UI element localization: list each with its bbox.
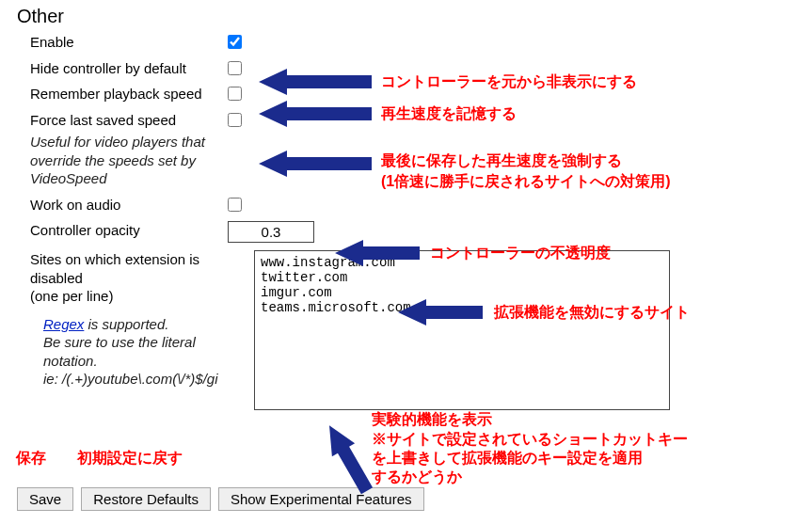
remember-speed-checkbox[interactable]: [228, 87, 242, 101]
arrow-icon: [320, 423, 376, 494]
arrow-icon: [398, 299, 483, 326]
regex-rest: is supported.: [84, 316, 168, 332]
regex-line2: Be sure to use the literal notation.: [43, 334, 196, 369]
svg-marker-0: [259, 69, 372, 95]
annotation-experimental-l1: 実験的機能を表示: [372, 410, 492, 429]
arrow-icon: [259, 69, 372, 95]
work-audio-label: Work on audio: [17, 196, 222, 214]
svg-marker-3: [335, 240, 420, 266]
force-speed-hint: Useful for video players that override t…: [30, 133, 222, 188]
enable-label: Enable: [17, 33, 222, 52]
disabled-sites-label: Sites on which extension is disabled: [30, 250, 248, 287]
annotation-remember-speed: 再生速度を記憶する: [381, 104, 517, 123]
arrow-icon: [259, 101, 372, 127]
force-speed-label: Force last saved speed: [30, 111, 222, 130]
annotation-force-speed-l2: (1倍速に勝手に戻されるサイトへの対策用): [381, 172, 671, 191]
enable-checkbox[interactable]: [228, 35, 242, 49]
arrow-icon: [259, 151, 372, 177]
svg-marker-5: [318, 419, 378, 497]
annotation-hide-controller: コントローラーを元から非表示にする: [381, 72, 637, 91]
annotation-experimental-l4: するかどうか: [372, 468, 462, 486]
svg-marker-2: [259, 151, 372, 177]
work-audio-checkbox[interactable]: [228, 198, 242, 212]
annotation-force-speed-l1: 最後に保存した再生速度を強制する: [381, 151, 622, 170]
section-title: Other: [17, 6, 803, 27]
annotation-disabled-sites: 拡張機能を無効にするサイト: [494, 303, 690, 322]
opacity-label: Controller opacity: [17, 221, 222, 240]
regex-line3: ie: /(.+)youtube\.com(\/*)$/gi: [43, 371, 218, 387]
restore-defaults-button[interactable]: Restore Defaults: [81, 487, 211, 511]
svg-marker-1: [259, 101, 372, 127]
force-speed-checkbox[interactable]: [228, 113, 242, 127]
hide-default-label: Hide controller by default: [17, 59, 222, 78]
annotation-opacity: コントローラーの不透明度: [430, 244, 611, 262]
opacity-input[interactable]: [228, 221, 314, 243]
annotation-save: 保存: [16, 449, 46, 468]
annotation-restore: 初期設定に戻す: [77, 449, 183, 468]
regex-link[interactable]: Regex: [43, 316, 84, 332]
disabled-sites-textarea[interactable]: [254, 250, 670, 410]
save-button[interactable]: Save: [17, 487, 73, 511]
remember-speed-label: Remember playback speed: [17, 85, 222, 103]
hide-default-checkbox[interactable]: [228, 61, 242, 75]
arrow-icon: [335, 240, 420, 266]
annotation-experimental-l2: ※サイトで設定されているショートカットキー: [372, 430, 688, 449]
annotation-experimental-l3: を上書きして拡張機能のキー設定を適用: [372, 449, 643, 468]
disabled-sites-sublabel: (one per line): [30, 287, 248, 306]
svg-marker-4: [398, 299, 483, 326]
